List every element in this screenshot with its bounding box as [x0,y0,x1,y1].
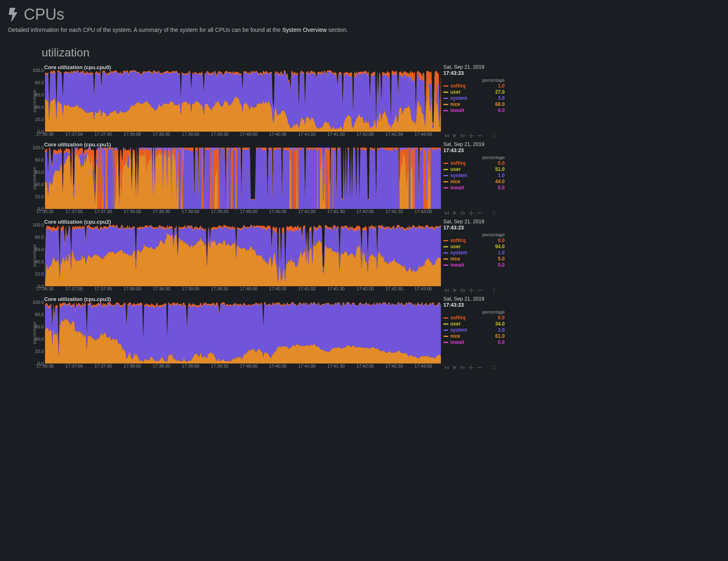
legend-name: softirq [450,83,490,89]
chart-cpu2: Core utilization (cpu.cpu2) percentage 0… [8,219,497,294]
x-tick: 17:39:30 [211,209,229,215]
rewind-icon[interactable] [444,210,449,216]
legend-item-system[interactable]: system 1.0 [443,173,505,179]
legend-item-nice[interactable]: nice 61.0 [443,333,505,339]
x-tick: 17:39:30 [211,132,229,138]
x-tick: 17:40:30 [269,286,287,293]
legend-item-system[interactable]: system 1.0 [443,250,505,256]
x-tick: 17:38:30 [153,132,170,138]
rewind-icon[interactable] [444,365,449,370]
x-tick: 17:41:00 [298,209,316,215]
legend-item-user[interactable]: user 94.0 [443,244,505,250]
x-tick: 17:42:30 [385,209,403,215]
chart-title: Core utilization (cpu.cpu2) [44,219,111,225]
y-tick: 100.0 [29,300,44,305]
legend-item-iowait[interactable]: iowait 0.0 [443,185,505,191]
fastforward-icon[interactable] [460,210,466,216]
legend-name: softirq [450,238,490,244]
x-tick: 17:42:00 [356,132,374,138]
x-tick: 17:39:30 [211,286,229,293]
legend-value: 3.0 [492,327,505,333]
legend-swatch-icon [443,265,448,266]
fastforward-icon[interactable] [460,365,466,370]
system-overview-link[interactable]: System Overview [282,27,327,33]
fastforward-icon[interactable] [460,133,466,139]
legend-swatch-icon [443,330,448,331]
y-tick: 60.0 [29,92,44,97]
x-tick: 17:37:00 [65,209,83,215]
legend-item-nice[interactable]: nice 68.0 [443,101,505,108]
play-icon[interactable] [452,210,458,216]
legend-item-softirq[interactable]: softirq 1.0 [443,83,505,89]
play-icon[interactable] [452,365,458,370]
legend-item-iowait[interactable]: iowait 0.0 [443,262,505,268]
x-tick: 17:40:00 [240,364,258,370]
y-tick: 60.0 [29,324,44,329]
x-tick: 17:42:00 [356,286,374,293]
legend-date: Sat, Sep 21, 2019 [443,219,505,224]
legend-swatch-icon [443,104,448,105]
subsection-title: utilization [8,37,497,63]
zoom-out-icon[interactable] [476,287,482,293]
play-icon[interactable] [452,287,458,293]
legend-item-user[interactable]: user 27.0 [443,89,505,95]
fastforward-icon[interactable] [460,287,466,293]
resize-icon[interactable] [491,287,497,293]
legend-swatch-icon [443,336,448,337]
rewind-icon[interactable] [444,287,449,293]
rewind-icon[interactable] [444,133,449,139]
legend-name: iowait [450,262,490,268]
zoom-out-icon[interactable] [476,365,482,370]
legend-name: system [450,327,490,333]
legend-item-softirq[interactable]: softirq 0.0 [443,160,505,166]
y-tick: 80.0 [29,235,44,240]
zoom-in-icon[interactable] [468,365,474,370]
legend-date: Sat, Sep 21, 2019 [443,296,505,302]
chart-plot-area[interactable] [45,225,441,286]
x-tick: 17:36:30 [36,364,54,370]
legend-value: 0.0 [492,315,505,321]
legend-value: 61.0 [492,333,505,339]
chart-plot-area[interactable] [45,302,441,364]
x-tick: 17:36:30 [36,286,54,293]
legend-item-nice[interactable]: nice 44.0 [443,179,505,185]
legend-swatch-icon [443,187,448,188]
legend-item-softirq[interactable]: softirq 0.0 [443,238,505,244]
legend-name: user [450,166,490,173]
chart-plot-area[interactable] [45,70,441,132]
zoom-out-icon[interactable] [476,210,482,216]
zoom-in-icon[interactable] [468,210,474,216]
legend-panel: Sat, Sep 21, 2019 17:43:23 percentage so… [443,219,505,268]
y-tick: 20.0 [29,117,44,122]
chart-controls [444,365,497,370]
legend-item-iowait[interactable]: iowait 0.0 [443,108,505,114]
legend-swatch-icon [443,258,448,260]
zoom-out-icon[interactable] [476,133,482,139]
legend-value: 0.0 [492,108,505,114]
resize-icon[interactable] [491,210,497,216]
chart-plot-area[interactable] [45,148,441,209]
x-axis: 17:36:3017:37:0017:37:3017:38:0017:38:30… [45,209,441,215]
chart-controls [444,210,497,216]
resize-icon[interactable] [491,365,497,370]
play-icon[interactable] [452,133,458,139]
x-tick: 17:40:30 [269,209,287,215]
legend-item-user[interactable]: user 34.0 [443,321,505,327]
legend-unit: percentage [443,155,505,160]
legend-name: system [450,250,490,256]
legend-item-user[interactable]: user 51.0 [443,166,505,173]
resize-icon[interactable] [491,133,497,139]
legend-value: 51.0 [492,166,505,173]
legend-item-system[interactable]: system 3.0 [443,327,505,333]
zoom-in-icon[interactable] [468,287,474,293]
y-tick: 100.0 [29,222,44,227]
zoom-in-icon[interactable] [468,133,474,139]
x-tick: 17:39:00 [182,364,199,370]
legend-value: 1.0 [492,250,505,256]
x-tick: 17:37:00 [65,364,83,370]
legend-item-nice[interactable]: nice 5.0 [443,256,505,262]
legend-item-iowait[interactable]: iowait 0.0 [443,339,505,346]
legend-name: softirq [450,160,490,166]
legend-item-system[interactable]: system 3.0 [443,95,505,101]
legend-item-softirq[interactable]: softirq 0.0 [443,315,505,321]
